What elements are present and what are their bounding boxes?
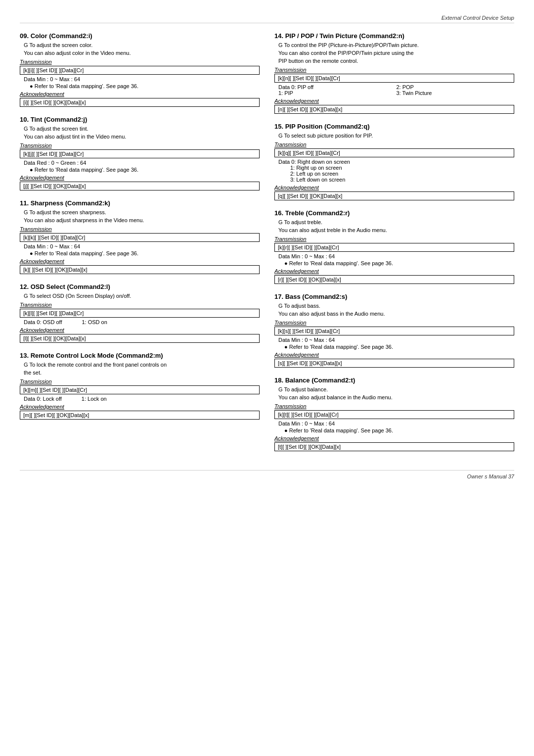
- section-11-desc1: G To adjust the screen sharpness.: [24, 209, 260, 215]
- section-15-transmission-label: Transmission: [274, 142, 514, 147]
- left-column: 09. Color (Command2:i) G To adjust the s…: [20, 32, 260, 460]
- section-09-data: Data Min : 0 ~ Max : 64: [24, 76, 260, 82]
- section-14-title: 14. PIP / POP / Twin Picture (Command2:n…: [274, 32, 514, 40]
- section-13-desc1: G To lock the remote control and the fro…: [24, 362, 260, 368]
- section-13-transmission-label: Transmission: [20, 378, 260, 384]
- page: External Control Device Setup 09. Color …: [0, 0, 534, 756]
- section-09-title: 09. Color (Command2:i): [20, 32, 260, 40]
- section-11-desc2: You can also adjust sharpness in the Vid…: [24, 217, 260, 223]
- section-14-desc1: G To control the PIP (Picture-in-Picture…: [278, 42, 514, 48]
- section-10-transmission-label: Transmission: [20, 142, 260, 148]
- section-11-ack-code: [k][ ][Set ID][ ][OK][Data][x]: [20, 265, 260, 274]
- section-12-data-left: Data 0: OSD off: [24, 319, 62, 325]
- section-14-data-table: Data 0: PIP off 2: POP 1: PIP 3: Twin Pi…: [278, 84, 514, 96]
- section-13-data-right: 1: Lock on: [82, 396, 107, 402]
- section-09-transmission-label: Transmission: [20, 59, 260, 65]
- section-17-desc1: G To adjust bass.: [278, 303, 514, 309]
- section-15-data-2: 2: Left up on screen: [290, 171, 514, 177]
- section-10-transmission-code: [k][j][ ][Set ID][ ][Data][Cr]: [20, 149, 260, 158]
- content-columns: 09. Color (Command2:i) G To adjust the s…: [20, 32, 514, 460]
- section-09-ack-label: Acknowledgement: [20, 91, 260, 97]
- section-18: 18. Balance (Command2:t) G To adjust bal…: [274, 377, 514, 451]
- section-12-desc1: G To select OSD (On Screen Display) on/o…: [24, 293, 260, 299]
- section-11-bullet: ● Refer to 'Real data mapping'. See page…: [30, 250, 260, 256]
- section-12-ack-label: Acknowledgement: [20, 327, 260, 333]
- section-14: 14. PIP / POP / Twin Picture (Command2:n…: [274, 32, 514, 114]
- section-17-title: 17. Bass (Command2:s): [274, 293, 514, 300]
- section-10-bullet: ● Refer to 'Real data mapping'. See page…: [30, 167, 260, 173]
- section-11-title: 11. Sharpness (Command2:k): [20, 199, 260, 207]
- section-14-data-right: 2: POP: [397, 84, 515, 90]
- section-12-ack-code: [l][ ][Set ID][ ][OK][Data][x]: [20, 334, 260, 343]
- section-10-desc1: G To adjust the screen tint.: [24, 126, 260, 132]
- section-16-desc2: You can also adjust treble in the Audio …: [278, 227, 514, 233]
- section-15-data-1: 1: Right up on screen: [290, 165, 514, 171]
- section-18-ack-code: [t][ ][Set ID][ ][OK][Data][x]: [274, 442, 514, 451]
- section-12-data-right: 1: OSD on: [82, 319, 107, 325]
- section-10-data: Data Red : 0 ~ Green : 64: [24, 160, 260, 166]
- section-18-bullet: ● Refer to 'Real data mapping'. See page…: [284, 427, 514, 433]
- section-14-data-left: Data 0: PIP off: [278, 84, 397, 90]
- section-15-title: 15. PIP Position (Command2:q): [274, 123, 514, 130]
- section-18-transmission-label: Transmission: [274, 403, 514, 409]
- section-10-ack-code: [j][ ][Set ID][ ][OK][Data][x]: [20, 182, 260, 190]
- section-10-desc2: You can also adjust tint in the Video me…: [24, 134, 260, 140]
- section-18-ack-label: Acknowledgement: [274, 435, 514, 441]
- section-18-title: 18. Balance (Command2:t): [274, 377, 514, 384]
- section-09-desc2: You can also adjust color in the Video m…: [24, 50, 260, 56]
- section-18-transmission-code: [k][t][ ][Set ID][ ][Data][Cr]: [274, 410, 514, 419]
- section-13-data-left: Data 0: Lock off: [24, 396, 62, 402]
- section-18-data: Data Min : 0 ~ Max : 64: [278, 421, 514, 426]
- section-10: 10. Tint (Command2:j) G To adjust the sc…: [20, 116, 260, 190]
- section-14-data-right2: 3: Twin Picture: [397, 90, 515, 96]
- section-17-bullet: ● Refer to 'Real data mapping'. See page…: [284, 344, 514, 350]
- section-13-data-table: Data 0: Lock off 1: Lock on: [24, 396, 260, 402]
- section-16-ack-label: Acknowledgement: [274, 268, 514, 274]
- section-17: 17. Bass (Command2:s) G To adjust bass. …: [274, 293, 514, 368]
- right-column: 14. PIP / POP / Twin Picture (Command2:n…: [274, 32, 514, 460]
- section-17-desc2: You can also adjust bass in the Audio me…: [278, 311, 514, 317]
- section-16: 16. Treble (Command2:r) G To adjust treb…: [274, 209, 514, 284]
- page-header: External Control Device Setup: [20, 15, 514, 23]
- section-12-title: 12. OSD Select (Command2:l): [20, 283, 260, 290]
- section-17-ack-label: Acknowledgement: [274, 352, 514, 358]
- section-16-bullet: ● Refer to 'Real data mapping'. See page…: [284, 260, 514, 266]
- footer-text: Owner s Manual 37: [467, 473, 514, 479]
- section-14-desc2: You can also control the PIP/POP/Twin pi…: [278, 50, 514, 56]
- section-11-data: Data Min : 0 ~ Max : 64: [24, 243, 260, 249]
- section-14-ack-code: [n][ ][Set ID][ ][OK][Data][x]: [274, 105, 514, 114]
- section-12-transmission-code: [k][l][ ][Set ID][ ][Data][Cr]: [20, 309, 260, 318]
- section-18-desc1: G To adjust balance.: [278, 386, 514, 392]
- section-11: 11. Sharpness (Command2:k) G To adjust t…: [20, 199, 260, 274]
- section-17-transmission-code: [k][s][ ][Set ID][ ][Data][Cr]: [274, 327, 514, 335]
- section-13-ack-code: [m][ ][Set ID][ ][OK][Data][x]: [20, 411, 260, 420]
- section-09-bullet: ● Refer to 'Real data mapping'. See page…: [30, 83, 260, 89]
- section-15-data-0: Data 0: Right down on screen: [278, 159, 514, 165]
- section-13-title: 13. Remote Control Lock Mode (Command2:m…: [20, 352, 260, 359]
- section-09: 09. Color (Command2:i) G To adjust the s…: [20, 32, 260, 107]
- section-14-desc3: PIP button on the remote control.: [278, 58, 514, 64]
- page-footer: Owner s Manual 37: [20, 470, 514, 479]
- section-16-title: 16. Treble (Command2:r): [274, 209, 514, 217]
- section-15-ack-label: Acknowledgement: [274, 185, 514, 190]
- section-12-data-table: Data 0: OSD off 1: OSD on: [24, 319, 260, 325]
- section-16-data: Data Min : 0 ~ Max : 64: [278, 253, 514, 259]
- section-15-desc1: G To select sub picture position for PIP…: [278, 133, 514, 139]
- section-11-transmission-label: Transmission: [20, 226, 260, 232]
- section-13-desc2: the set.: [24, 370, 260, 376]
- section-12-transmission-label: Transmission: [20, 302, 260, 308]
- section-14-ack-label: Acknowledgement: [274, 98, 514, 104]
- section-09-desc1: G To adjust the screen color.: [24, 42, 260, 48]
- section-18-desc2: You can also adjust balance in the Audio…: [278, 394, 514, 400]
- section-15-ack-code: [q][ ][Set ID][ ][OK][Data][x]: [274, 191, 514, 200]
- section-15: 15. PIP Position (Command2:q) G To selec…: [274, 123, 514, 200]
- section-14-data-left2: 1: PIP: [278, 90, 397, 96]
- section-15-data-3: 3: Left down on screen: [290, 177, 514, 183]
- section-15-data-list: Data 0: Right down on screen 1: Right up…: [278, 159, 514, 183]
- section-09-transmission-code: [k][i][ ][Set ID][ ][Data][Cr]: [20, 66, 260, 75]
- section-14-transmission-label: Transmission: [274, 67, 514, 73]
- section-16-desc1: G To adjust treble.: [278, 219, 514, 225]
- section-16-ack-code: [r][ ][Set ID][ ][OK][Data][x]: [274, 275, 514, 284]
- section-10-title: 10. Tint (Command2:j): [20, 116, 260, 123]
- section-11-ack-label: Acknowledgement: [20, 258, 260, 264]
